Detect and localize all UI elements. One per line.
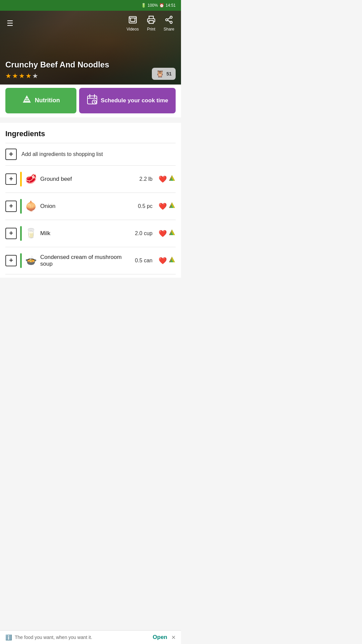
add-ingredient-button-2[interactable]: +	[5, 228, 17, 239]
status-icons: 🔋 100% ⏰ 14:51	[141, 3, 176, 8]
add-ingredient-button-0[interactable]: +	[5, 173, 17, 185]
videos-button[interactable]: Videos	[126, 15, 138, 32]
svg-line-9	[168, 18, 170, 19]
heart-icon-3[interactable]: ❤️	[159, 257, 167, 265]
ingredient-amount-0: 2.2 lb	[129, 176, 153, 182]
ingredient-name-2: Milk	[40, 230, 126, 237]
recipe-title: Crunchy Beef And Noodles	[5, 60, 109, 70]
schedule-icon	[87, 94, 98, 107]
ingredient-amount-2: 2.0 cup	[129, 230, 153, 236]
ingredients-title: Ingredients	[5, 129, 176, 138]
print-icon	[147, 15, 156, 26]
schedule-label: Schedule your cook time	[101, 97, 168, 104]
ingredient-row: + 🍲 Condensed cream of mushroom soup 0.5…	[5, 247, 176, 274]
ingredient-color-bar-2	[20, 226, 22, 241]
svg-rect-4	[149, 20, 153, 23]
ingredient-emoji-2: 🥛	[25, 228, 37, 239]
hero-nav: ☰ Videos	[0, 11, 181, 36]
hero-bottom: Crunchy Beef And Noodles ★ ★ ★ ★ ★ 🦉 51	[5, 60, 176, 80]
ingredient-name-1: Onion	[40, 203, 126, 210]
views-badge: 🦉 51	[152, 68, 176, 80]
hero-section: ☰ Videos	[0, 11, 181, 85]
svg-point-5	[170, 16, 172, 18]
svg-point-7	[170, 21, 172, 23]
hero-action-buttons: Videos Print	[126, 15, 174, 32]
svg-line-8	[168, 20, 170, 22]
ingredient-name-0: Ground beef	[40, 176, 126, 182]
pyramid-icon-2[interactable]	[168, 229, 176, 238]
time-display: 14:51	[166, 3, 176, 8]
pyramid-icon-0[interactable]	[168, 174, 176, 183]
ingredient-amount-1: 0.5 pc	[129, 203, 153, 209]
star-5: ★	[32, 72, 38, 80]
star-1: ★	[5, 72, 11, 80]
svg-point-6	[166, 19, 168, 21]
svg-rect-0	[129, 16, 136, 23]
ingredient-icons-3: ❤️	[159, 256, 176, 265]
add-ingredient-button-3[interactable]: +	[5, 255, 17, 266]
star-rating: ★ ★ ★ ★ ★	[5, 72, 109, 80]
schedule-button[interactable]: Schedule your cook time	[79, 88, 176, 113]
ingredient-emoji-0: 🥩	[25, 173, 37, 184]
ingredient-emoji-1: 🧅	[25, 201, 37, 212]
ingredient-amount-3: 0.5 can	[129, 258, 153, 264]
menu-button[interactable]: ☰	[7, 19, 13, 28]
ingredient-emoji-3: 🍲	[25, 255, 37, 266]
add-ingredient-button-1[interactable]: +	[5, 201, 17, 212]
battery-percent: 100%	[147, 3, 158, 8]
ingredient-row: + 🥛 Milk 2.0 cup ❤️	[5, 220, 176, 247]
svg-rect-1	[130, 18, 135, 22]
nutrition-label: Nutrition	[35, 97, 60, 104]
owl-icon: 🦉	[156, 70, 164, 78]
battery-icon: 🔋	[141, 3, 146, 8]
ingredient-color-bar-1	[20, 199, 22, 214]
ingredient-icons-1: ❤️	[159, 202, 176, 211]
ingredient-color-bar-0	[20, 172, 22, 186]
nutrition-button[interactable]: Nutrition	[5, 88, 76, 113]
print-label: Print	[147, 27, 156, 32]
status-bar: 🔋 100% ⏰ 14:51	[0, 0, 181, 11]
add-all-row[interactable]: + Add all ingredients to shopping list	[5, 143, 176, 166]
heart-icon-0[interactable]: ❤️	[159, 175, 167, 183]
print-button[interactable]: Print	[147, 15, 156, 32]
star-2: ★	[12, 72, 18, 80]
ingredient-name-3: Condensed cream of mushroom soup	[40, 254, 126, 267]
ingredient-row: + 🥩 Ground beef 2.2 lb ❤️	[5, 166, 176, 193]
videos-label: Videos	[126, 27, 138, 32]
nutrition-icon	[22, 95, 32, 106]
pyramid-icon-1[interactable]	[168, 202, 176, 211]
star-4: ★	[25, 72, 32, 80]
ingredient-icons-2: ❤️	[159, 229, 176, 238]
add-all-label: Add all ingredients to shopping list	[21, 151, 103, 157]
share-label: Share	[164, 27, 174, 32]
star-3: ★	[19, 72, 25, 80]
add-all-button[interactable]: +	[5, 149, 17, 160]
heart-icon-2[interactable]: ❤️	[159, 229, 167, 237]
ingredient-icons-0: ❤️	[159, 174, 176, 183]
views-count: 51	[166, 71, 172, 76]
share-icon	[165, 15, 173, 26]
action-buttons-row: Nutrition Schedule your cook time	[0, 84, 181, 117]
clock-icon: ⏰	[159, 3, 164, 8]
share-button[interactable]: Share	[164, 15, 174, 32]
recipe-info: Crunchy Beef And Noodles ★ ★ ★ ★ ★	[5, 60, 109, 80]
ingredient-row: + 🧅 Onion 0.5 pc ❤️	[5, 193, 176, 220]
ingredient-color-bar-3	[20, 253, 22, 268]
heart-icon-1[interactable]: ❤️	[159, 202, 167, 210]
ingredients-section: Ingredients + Add all ingredients to sho…	[0, 123, 181, 278]
pyramid-icon-3[interactable]	[168, 256, 176, 265]
videos-icon	[128, 15, 137, 26]
